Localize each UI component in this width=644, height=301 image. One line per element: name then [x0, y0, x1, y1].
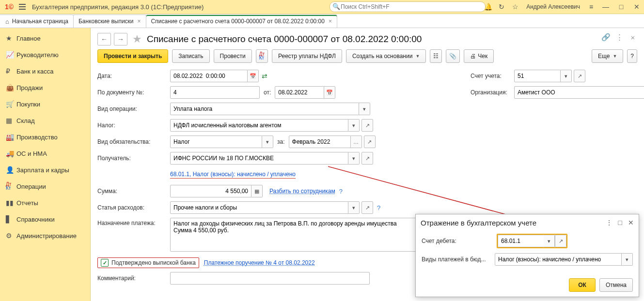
- content-area: ← → ★ Списание с расчетного счета 0000-0…: [91, 28, 644, 301]
- chevron-down-icon[interactable]: ▾: [348, 152, 360, 165]
- tab-label: Списание с расчетного счета 0000-000007 …: [151, 18, 325, 25]
- sidebar-item-admin[interactable]: ⚙Администрирование: [0, 227, 90, 244]
- global-search[interactable]: 🔍: [330, 1, 470, 12]
- tab-close-icon[interactable]: ×: [138, 18, 141, 25]
- chart-icon: 📈: [6, 51, 16, 59]
- sidebar-item-hr[interactable]: 👤Зарплата и кадры: [0, 162, 90, 178]
- create-based-button[interactable]: Создать на основании▼: [346, 49, 426, 63]
- link-icon[interactable]: 🔗: [601, 33, 610, 42]
- tab-home[interactable]: ⌂ Начальная страница: [0, 15, 74, 28]
- open-ref-icon[interactable]: ↗: [361, 201, 373, 214]
- close-icon[interactable]: ✕: [628, 219, 634, 226]
- attach-button[interactable]: 📎: [446, 49, 460, 63]
- post-and-close-button[interactable]: Провести и закрыть: [97, 49, 168, 63]
- chevron-down-icon[interactable]: ▾: [544, 235, 555, 247]
- window-close[interactable]: ✕: [631, 3, 642, 11]
- kebab-icon[interactable]: ⋮: [615, 33, 624, 42]
- exp-item-field[interactable]: ▾ ↗: [170, 201, 373, 214]
- related-list-button[interactable]: ☷: [430, 49, 442, 63]
- more-button[interactable]: Еще▼: [592, 49, 623, 63]
- gear-icon: ⚙: [6, 232, 16, 240]
- refresh-green-icon[interactable]: ⇄: [262, 72, 267, 80]
- menu-burger-icon[interactable]: [16, 1, 28, 12]
- sidebar-item-stock[interactable]: ▦Склад: [0, 112, 90, 129]
- search-input[interactable]: [330, 1, 486, 12]
- confirmed-checkbox[interactable]: ✓: [101, 259, 109, 267]
- help-icon[interactable]: ?: [377, 204, 380, 211]
- ndfl-registry-button[interactable]: Реестр уплаты НДФЛ: [272, 49, 342, 63]
- tab-close-icon[interactable]: ×: [329, 18, 332, 25]
- recipient-field[interactable]: ▾ ↗: [170, 152, 373, 165]
- history-icon[interactable]: ↻: [497, 2, 506, 11]
- tax-label: Налог:: [97, 122, 170, 129]
- open-ref-icon[interactable]: ↗: [555, 235, 566, 247]
- account-field[interactable]: ▾ ↗: [514, 70, 585, 82]
- help-icon[interactable]: ?: [339, 188, 343, 195]
- sidebar-item-operations[interactable]: ДтКтОперации: [0, 178, 90, 195]
- sidebar-item-bank[interactable]: ₽Банк и касса: [0, 63, 90, 79]
- chevron-down-icon[interactable]: ▾: [348, 119, 360, 132]
- sidebar-item-production[interactable]: 🏭Производство: [0, 129, 90, 145]
- calendar-icon[interactable]: 📅: [248, 70, 259, 82]
- purpose-field[interactable]: Налог на доходы физических лиц за Петров…: [170, 218, 420, 252]
- window-minimize[interactable]: —: [600, 3, 611, 11]
- favorite-star-icon[interactable]: ★: [132, 33, 142, 45]
- period-field[interactable]: … ↗: [289, 135, 376, 148]
- open-ref-icon[interactable]: ↗: [574, 70, 585, 82]
- docno-field[interactable]: [170, 86, 260, 99]
- popup-cancel-button[interactable]: Отмена: [599, 278, 633, 292]
- star-icon[interactable]: ☆: [511, 2, 519, 11]
- org-field[interactable]: ▾ ↗: [514, 86, 644, 99]
- title-bar: 1© Бухгалтерия предприятия, редакция 3.0…: [0, 0, 644, 14]
- calendar-icon[interactable]: 📅: [324, 86, 335, 99]
- check-button[interactable]: 🖨 Чек: [464, 49, 494, 63]
- sidebar-item-purchases[interactable]: 🛒Покупки: [0, 96, 90, 112]
- window-maximize[interactable]: □: [616, 3, 627, 11]
- popup-ok-button[interactable]: ОК: [569, 278, 596, 292]
- sidebar-item-assets[interactable]: 🚚ОС и НМА: [0, 145, 90, 162]
- sidebar-item-main[interactable]: ★Главное: [0, 30, 90, 46]
- comment-field[interactable]: [170, 272, 370, 285]
- tax-field[interactable]: ▾ ↗: [170, 119, 373, 132]
- user-name[interactable]: Андрей Алексеевич: [524, 3, 582, 10]
- nav-back-button[interactable]: ←: [97, 33, 111, 45]
- bell-icon[interactable]: 🔔: [484, 2, 492, 11]
- post-button[interactable]: Провести: [214, 49, 252, 63]
- person-icon: 👤: [6, 166, 16, 174]
- chevron-down-icon[interactable]: ▾: [622, 253, 633, 266]
- maximize-icon[interactable]: □: [618, 219, 622, 226]
- oblkind-field[interactable]: ▾: [170, 135, 273, 148]
- opkind-field[interactable]: ▾: [170, 103, 370, 115]
- chevron-down-icon[interactable]: ▾: [348, 201, 360, 214]
- sidebar-item-reports[interactable]: ▮▮Отчеты: [0, 195, 90, 211]
- write-button[interactable]: Записать: [172, 49, 209, 63]
- calc-icon[interactable]: ▦: [251, 185, 263, 197]
- chevron-down-icon[interactable]: ▾: [359, 103, 370, 115]
- from-date-field[interactable]: 📅: [275, 86, 335, 99]
- payment-order-link[interactable]: Платежное поручение № 4 от 08.02.2022: [204, 259, 315, 266]
- accounting-link[interactable]: 68.01.1, Налог (взносы): начислено / упл…: [170, 171, 296, 179]
- open-ref-icon[interactable]: ↗: [364, 135, 376, 148]
- tab-document[interactable]: Списание с расчетного счета 0000-000007 …: [146, 15, 337, 28]
- open-ref-icon[interactable]: ↗: [361, 152, 373, 165]
- popup-paytypes-field[interactable]: ▾: [495, 253, 633, 266]
- dtkt-button[interactable]: ДтКт: [256, 49, 268, 63]
- ellipsis-icon[interactable]: …: [351, 135, 362, 148]
- close-doc-icon[interactable]: ×: [628, 33, 637, 42]
- date-field[interactable]: 📅: [170, 70, 259, 82]
- comment-label: Комментарий:: [97, 275, 170, 282]
- chevron-down-icon[interactable]: ▾: [262, 135, 273, 148]
- split-by-employees-link[interactable]: Разбить по сотрудникам: [269, 188, 335, 195]
- tab-bank-statements[interactable]: Банковские выписки ×: [73, 15, 146, 28]
- nav-forward-button[interactable]: →: [114, 33, 127, 45]
- sidebar-item-manager[interactable]: 📈Руководителю: [0, 46, 90, 63]
- open-ref-icon[interactable]: ↗: [361, 119, 373, 132]
- sidebar-item-catalogs[interactable]: ▋Справочники: [0, 211, 90, 227]
- kebab-icon[interactable]: ⋮: [606, 219, 613, 226]
- sum-field[interactable]: ▦: [170, 185, 263, 197]
- popup-debit-field[interactable]: ▾ ↗: [497, 234, 567, 248]
- help-button[interactable]: ?: [627, 49, 637, 63]
- sidebar-item-sales[interactable]: 👜Продажи: [0, 79, 90, 96]
- chevron-down-icon[interactable]: ▾: [561, 70, 572, 82]
- settings-lines-icon[interactable]: ≡: [587, 2, 596, 11]
